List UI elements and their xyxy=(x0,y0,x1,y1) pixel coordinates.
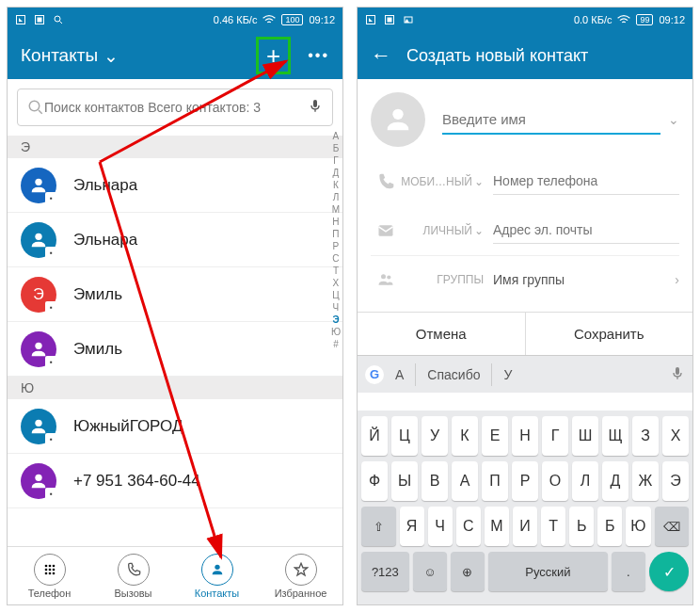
svg-line-6 xyxy=(39,110,42,114)
key[interactable]: Ш xyxy=(572,416,598,456)
key[interactable]: У xyxy=(422,416,448,456)
index-letter[interactable]: К xyxy=(333,179,339,191)
nav-dialpad[interactable]: Телефон xyxy=(8,547,91,604)
suggestion[interactable]: У xyxy=(503,367,512,382)
key[interactable]: Ы xyxy=(391,461,418,501)
phone-type-dropdown[interactable]: МОБИ…НЫЙ⌄ xyxy=(401,175,484,188)
chevron-right-icon[interactable]: › xyxy=(675,272,679,287)
wifi-icon xyxy=(262,15,276,24)
nav-person[interactable]: Контакты xyxy=(175,547,259,604)
key[interactable]: Г xyxy=(542,416,568,456)
search-input[interactable] xyxy=(44,100,308,115)
index-letter[interactable]: М xyxy=(332,203,340,216)
suggestion[interactable]: А xyxy=(395,367,404,382)
key[interactable]: Л xyxy=(572,461,598,501)
nav-phone[interactable]: Вызовы xyxy=(91,547,175,604)
contact-row[interactable]: ▪ЮжныйГОРОД xyxy=(8,399,342,454)
nav-label: Телефон xyxy=(28,588,72,599)
key[interactable]: Д xyxy=(602,461,628,501)
svg-point-8 xyxy=(35,178,41,185)
dot-key[interactable]: . xyxy=(612,552,645,591)
contact-row[interactable]: Э▪Эмиль xyxy=(8,267,342,322)
alpha-index[interactable]: АБГДКЛМНПРСТХЦЧЭЮ# xyxy=(331,130,341,350)
key[interactable]: Ь xyxy=(569,507,594,546)
suggestion[interactable]: Спасибо xyxy=(427,367,480,382)
key[interactable]: Ч xyxy=(428,507,453,546)
key[interactable]: А xyxy=(452,461,478,501)
key[interactable]: В xyxy=(422,461,448,501)
key[interactable]: Щ xyxy=(602,416,628,456)
key[interactable]: К xyxy=(452,416,478,456)
index-letter[interactable]: Г xyxy=(333,154,338,167)
index-letter[interactable]: П xyxy=(332,228,339,240)
key[interactable]: Ж xyxy=(632,461,659,501)
contact-row[interactable]: ▪Эмиль xyxy=(8,322,342,377)
key[interactable]: П xyxy=(482,461,508,501)
index-letter[interactable]: Р xyxy=(333,240,340,252)
group-value[interactable]: Имя группы xyxy=(493,266,667,293)
key[interactable]: Ф xyxy=(361,461,388,501)
back-button[interactable]: ← xyxy=(371,43,391,68)
title-dropdown[interactable]: Контакты ⌄ xyxy=(21,45,119,67)
shift-key[interactable]: ⇧ xyxy=(361,507,396,546)
index-letter[interactable]: Т xyxy=(333,265,339,277)
svg-point-12 xyxy=(35,474,41,480)
emoji-key[interactable]: ☺ xyxy=(413,552,447,591)
key[interactable]: О xyxy=(542,461,568,501)
index-letter[interactable]: Б xyxy=(333,142,340,154)
key[interactable]: М xyxy=(485,507,509,546)
key[interactable]: Ц xyxy=(391,416,418,456)
save-button[interactable]: Сохранить xyxy=(526,313,693,355)
phone-field[interactable] xyxy=(493,168,679,195)
backspace-key[interactable]: ⌫ xyxy=(655,507,690,546)
key[interactable]: Х xyxy=(662,416,689,456)
svg-point-18 xyxy=(52,568,55,571)
key[interactable]: Й xyxy=(361,416,388,456)
contact-row[interactable]: ▪Эльнара xyxy=(8,213,342,267)
key[interactable]: З xyxy=(632,416,659,456)
contact-row[interactable]: ▪+7 951 364-60-44 xyxy=(8,454,342,508)
index-letter[interactable]: Ц xyxy=(332,289,339,301)
index-letter[interactable]: # xyxy=(333,338,339,350)
index-letter[interactable]: Д xyxy=(333,167,340,179)
symbols-key[interactable]: ?123 xyxy=(361,552,409,591)
more-menu[interactable]: ••• xyxy=(308,47,329,64)
chevron-down-icon: ⌄ xyxy=(103,45,119,67)
key[interactable]: Э xyxy=(662,461,689,501)
mic-icon[interactable] xyxy=(308,98,323,117)
index-letter[interactable]: Ю xyxy=(331,326,341,338)
enter-key[interactable]: ✓ xyxy=(649,552,689,591)
search-bar[interactable] xyxy=(17,89,333,126)
key[interactable]: Б xyxy=(597,507,622,546)
cancel-button[interactable]: Отмена xyxy=(358,313,526,355)
contact-form: ⌄ МОБИ…НЫЙ⌄ ЛИЧНЫЙ⌄ ГРУППЫ Имя группы › xyxy=(358,79,692,304)
add-contact-button[interactable]: + xyxy=(256,37,291,74)
key[interactable]: Н xyxy=(512,416,538,456)
space-key[interactable]: Русский xyxy=(488,552,608,591)
email-field[interactable] xyxy=(493,217,679,244)
mic-icon[interactable] xyxy=(670,365,685,383)
key[interactable]: С xyxy=(456,507,481,546)
key[interactable]: Е xyxy=(482,416,508,456)
globe-key[interactable]: ⊕ xyxy=(451,552,485,591)
expand-name-icon[interactable]: ⌄ xyxy=(668,112,679,127)
key[interactable]: Ю xyxy=(626,507,650,546)
index-letter[interactable]: Л xyxy=(333,191,340,203)
key[interactable]: Р xyxy=(512,461,538,501)
contact-row[interactable]: ▪Эльнара xyxy=(8,158,342,213)
key[interactable]: И xyxy=(513,507,537,546)
index-letter[interactable]: Э xyxy=(332,314,339,326)
key[interactable]: Т xyxy=(541,507,565,546)
google-icon[interactable]: G xyxy=(365,365,384,384)
index-letter[interactable]: А xyxy=(333,130,340,142)
key[interactable]: Я xyxy=(400,507,424,546)
contact-name: Эльнара xyxy=(73,231,137,250)
index-letter[interactable]: Х xyxy=(333,277,340,289)
name-field[interactable] xyxy=(442,105,660,135)
index-letter[interactable]: С xyxy=(332,252,339,265)
email-type-dropdown[interactable]: ЛИЧНЫЙ⌄ xyxy=(401,224,484,237)
index-letter[interactable]: Ч xyxy=(333,301,340,314)
nav-star[interactable]: Избранное xyxy=(259,547,342,604)
avatar-placeholder[interactable] xyxy=(371,92,425,147)
index-letter[interactable]: Н xyxy=(332,216,339,228)
